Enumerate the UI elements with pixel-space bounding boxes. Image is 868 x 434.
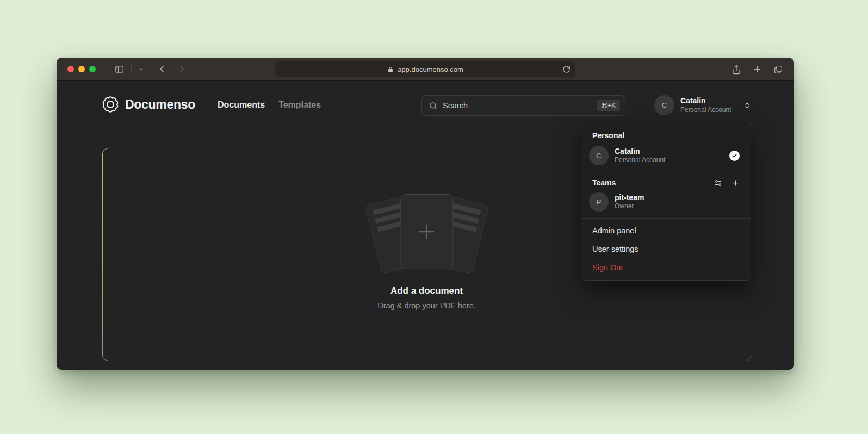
browser-window: app.documenso.com [57,58,794,370]
lock-icon [387,66,394,73]
tab-overview-icon[interactable] [773,65,783,75]
teams-section-label: Teams [592,178,714,187]
sidebar-chevron-down-icon[interactable] [138,66,144,72]
card-stack-illustration [367,192,487,275]
sidebar-toggle-icon[interactable] [114,64,125,75]
chevrons-up-down-icon [743,102,751,109]
plus-icon [414,219,439,244]
menu-item-sign-out[interactable]: Sign Out [581,258,751,277]
team-name: pit-team [615,193,743,202]
manage-teams-icon[interactable] [714,179,722,187]
illustration-card-center [400,194,453,269]
nav-templates[interactable]: Templates [278,100,321,110]
new-tab-icon[interactable] [753,65,762,74]
address-bar[interactable]: app.documenso.com [275,61,575,77]
minimize-window-button[interactable] [78,66,85,72]
selected-check-icon [729,151,740,161]
menu-item-admin-panel[interactable]: Admin panel [581,221,751,240]
personal-account-subtitle: Personal Account [615,156,723,165]
forward-button[interactable] [177,64,187,74]
traffic-lights [67,66,96,72]
team-item-pit-team[interactable]: P pit-team Owner [581,189,751,216]
search-icon [429,101,438,110]
menu-item-user-settings[interactable]: User settings [581,240,751,258]
account-subtitle: Personal Account [680,106,737,114]
menu-divider [581,172,751,172]
nav-documents[interactable]: Documents [218,100,265,110]
browser-toolbar: app.documenso.com [57,58,794,81]
documenso-logo[interactable]: Documenso [102,96,195,113]
personal-account-avatar: C [589,146,609,165]
account-avatar: C [654,95,674,115]
account-dropdown-menu: Personal C Catalin Personal Account Team… [581,122,751,281]
close-window-button[interactable] [67,66,74,72]
dropzone-title: Add a document [390,286,463,296]
team-avatar: P [589,192,609,212]
app-content: Documenso Documents Templates ⌘+K C Cata… [57,82,794,370]
menu-divider [581,218,751,219]
account-menu-button[interactable]: C Catalin Personal Account [654,95,751,115]
personal-account-item[interactable]: C Catalin Personal Account [581,143,751,170]
search-input[interactable] [443,101,592,110]
account-name: Catalin [680,96,737,106]
reload-icon[interactable] [562,65,571,73]
zoom-window-button[interactable] [89,66,96,72]
add-team-icon[interactable] [731,179,740,187]
dropzone-subtitle: Drag & drop your PDF here. [377,301,476,310]
personal-section-label: Personal [581,127,751,143]
url-text: app.documenso.com [398,65,463,73]
search-bar[interactable]: ⌘+K [421,95,625,116]
seal-logo-icon [102,96,119,113]
toolbar-divider [131,65,132,73]
personal-account-name: Catalin [615,146,723,156]
back-button[interactable] [157,64,167,74]
team-role: Owner [615,202,743,211]
share-icon[interactable] [731,65,741,75]
main-nav: Documents Templates [218,100,321,110]
brand-name: Documenso [125,97,195,112]
search-shortcut-badge: ⌘+K [597,100,620,111]
